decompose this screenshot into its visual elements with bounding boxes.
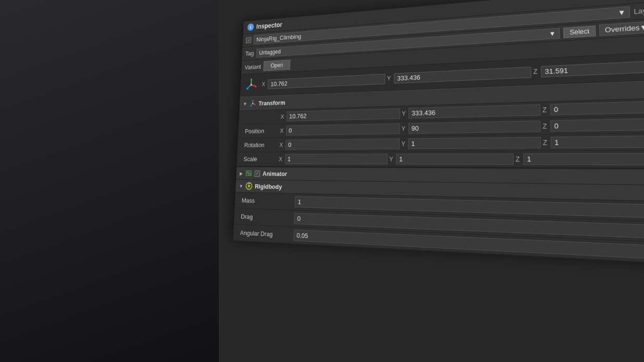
top-x-field[interactable]: 10.762 (267, 73, 385, 89)
empty-label (245, 117, 279, 118)
position-y-label: Y (401, 125, 407, 132)
rotation-x-field[interactable]: 0 (285, 139, 400, 150)
top-y-label: Y (387, 75, 391, 82)
svg-marker-8 (252, 99, 253, 101)
select-button[interactable]: Select (563, 25, 596, 38)
position-y-field[interactable]: 90 (408, 120, 540, 134)
header-x-group: X 10.762 (280, 108, 400, 121)
header-y-label: Y (402, 110, 408, 117)
scale-x-group: X 1 (279, 154, 388, 164)
svg-point-17 (249, 174, 250, 175)
panel-wrapper: i Inspector ✓ NinjaRig_Climbing ▼ Layer … (233, 0, 644, 266)
rotation-label: Rotation (244, 141, 278, 148)
position-x-label: X (280, 127, 285, 134)
position-z-label: Z (542, 122, 550, 130)
chevron-down-icon: ▼ (549, 30, 555, 38)
header-x-label: X (280, 113, 286, 120)
scale-x-field[interactable]: 1 (284, 154, 388, 164)
rotation-x-group: X 0 (279, 139, 400, 150)
top-z-label: Z (533, 68, 537, 76)
svg-point-16 (247, 171, 248, 172)
inspector-panel: i Inspector ✓ NinjaRig_Climbing ▼ Layer … (219, 0, 644, 362)
rotation-z-group: Z 1 (542, 135, 644, 148)
position-y-group: Y 90 (401, 120, 541, 134)
svg-marker-1 (250, 78, 252, 80)
header-y-group: Y 333.436 (402, 104, 541, 119)
top-z-field[interactable]: 31.591 (541, 58, 644, 77)
rotation-xyz-fields: X 0 Y 1 Z 1 (279, 135, 644, 149)
scale-z-field[interactable]: 1 (523, 153, 644, 166)
header-z-label: Z (542, 106, 549, 114)
mass-label: Mass (241, 197, 293, 205)
rotation-y-group: Y 1 (401, 137, 541, 149)
scale-x-label: X (279, 156, 284, 163)
chevron-down-icon: ▼ (639, 23, 644, 32)
transform-collapse-icon[interactable]: ▼ (243, 101, 247, 106)
scale-label: Scale (243, 155, 277, 163)
angular-drag-label: Angular Drag (240, 229, 292, 239)
drag-label: Drag (241, 213, 292, 222)
chevron-down-icon: ▼ (617, 8, 626, 17)
rotation-y-field[interactable]: 1 (408, 137, 541, 149)
object-icon (243, 77, 259, 94)
position-z-group: Z 0 (542, 117, 644, 132)
rotation-z-field[interactable]: 1 (551, 135, 644, 148)
top-y-field[interactable]: 333.436 (393, 66, 531, 83)
scale-y-label: Y (389, 156, 395, 163)
rotation-x-label: X (279, 142, 284, 148)
position-x-field[interactable]: 0 (286, 123, 400, 135)
scale-z-label: Z (515, 155, 522, 163)
rigidbody-icon (245, 182, 252, 190)
scale-xyz-fields: X 1 Y 1 Z 1 (279, 153, 644, 166)
layer-section: Layer Default ▼ (633, 1, 644, 17)
scale-row: Scale X 1 Y 1 Z 1 ? ⇌ ⋮ (237, 151, 644, 169)
header-z-field[interactable]: 0 (550, 99, 644, 116)
rotation-y-label: Y (401, 140, 407, 147)
position-x-group: X 0 (280, 123, 400, 136)
position-z-field[interactable]: 0 (550, 117, 644, 132)
svg-point-19 (247, 184, 250, 188)
left-background-panel (0, 0, 219, 362)
scale-z-group: Z 1 (515, 153, 644, 166)
open-button[interactable]: Open (263, 59, 290, 71)
animator-icon (245, 169, 252, 177)
overrides-dropdown[interactable]: Overrides ▼ (599, 21, 644, 36)
header-z-group: Z 0 (542, 99, 644, 116)
object-enabled-checkbox[interactable]: ✓ (246, 37, 252, 43)
info-icon: i (247, 23, 254, 31)
position-label: Position (244, 127, 278, 134)
top-x-label: X (262, 81, 265, 88)
animator-enabled-checkbox[interactable]: ✓ (254, 170, 260, 177)
scale-y-group: Y 1 (389, 153, 514, 165)
header-y-field[interactable]: 333.436 (408, 104, 541, 119)
scale-y-field[interactable]: 1 (396, 153, 514, 165)
header-x-field[interactable]: 10.762 (286, 108, 400, 121)
rigidbody-collapse-icon[interactable]: ▼ (239, 183, 243, 189)
transform-icon-svg (244, 77, 258, 92)
transform-small-icon (249, 99, 256, 107)
animator-title: Animator (262, 170, 644, 182)
animator-collapse-icon[interactable]: ▶ (239, 171, 243, 176)
rotation-z-label: Z (542, 139, 550, 146)
